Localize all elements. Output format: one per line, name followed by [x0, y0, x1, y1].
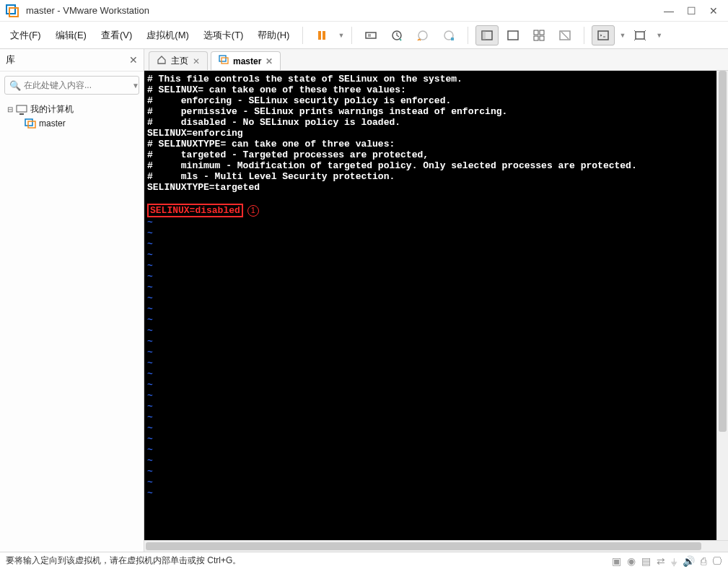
- sound-icon[interactable]: 🔊: [683, 555, 695, 567]
- tree-root-my-computer[interactable]: ⊟ 我的计算机: [4, 102, 139, 117]
- cd-icon[interactable]: ◉: [627, 555, 636, 567]
- library-tree: ⊟ 我的计算机 master: [0, 99, 144, 552]
- svg-rect-10: [451, 38, 454, 40]
- tree-item-label: master: [39, 118, 66, 129]
- menu-tabs[interactable]: 选项卡(T): [198, 26, 250, 45]
- main-area: 库 ✕ 🔍 ▼ ⊟ 我的计算机 master: [0, 49, 728, 552]
- view-single-button[interactable]: [475, 25, 499, 45]
- menu-bar: 文件(F) 编辑(E) 查看(V) 虚拟机(M) 选项卡(T) 帮助(H) ▼ …: [0, 22, 728, 49]
- tab-strip: 主页 ✕ master ✕: [144, 49, 728, 71]
- svg-rect-23: [17, 105, 27, 112]
- svg-rect-3: [323, 31, 325, 40]
- status-bar: 要将输入定向到该虚拟机，请在虚拟机内部单击或按 Ctrl+G。 ▣ ◉ ▤ ⇄ …: [0, 552, 728, 569]
- svg-rect-17: [540, 36, 544, 40]
- tab-close-icon[interactable]: ✕: [266, 56, 273, 66]
- home-icon: [157, 55, 167, 67]
- floppy-icon[interactable]: ▤: [641, 555, 651, 567]
- tree-item-master[interactable]: master: [4, 117, 139, 130]
- svg-point-8: [418, 31, 427, 40]
- tab-master-label: master: [233, 56, 261, 66]
- fullscreen-dropdown-icon[interactable]: ▼: [656, 32, 662, 39]
- hard-disk-icon[interactable]: ▣: [612, 555, 621, 567]
- minimize-button[interactable]: —: [664, 5, 674, 17]
- svg-rect-2: [318, 31, 321, 40]
- send-ctrl-alt-del-button[interactable]: [359, 25, 382, 45]
- separator: [302, 27, 303, 44]
- tab-home[interactable]: 主页 ✕: [149, 51, 208, 70]
- svg-rect-28: [222, 58, 228, 64]
- menu-help[interactable]: 帮助(H): [252, 26, 295, 45]
- revert-snapshot-button[interactable]: [411, 25, 434, 45]
- display-icon[interactable]: 🖵: [712, 555, 722, 567]
- tab-home-label: 主页: [171, 55, 188, 67]
- maximize-button[interactable]: ☐: [687, 5, 696, 17]
- pause-button[interactable]: [310, 25, 333, 45]
- console-dropdown-icon[interactable]: ▼: [619, 32, 626, 39]
- usb-icon[interactable]: ⏚: [671, 555, 677, 567]
- vmware-app-icon: [6, 4, 19, 17]
- view-thumbnail-button[interactable]: [527, 25, 551, 45]
- svg-rect-0: [6, 5, 15, 14]
- title-bar: master - VMware Workstation — ☐ ✕: [0, 0, 728, 22]
- terminal-container: # This file controls the state of SELinu…: [144, 71, 728, 540]
- svg-rect-26: [28, 121, 35, 128]
- window-controls: — ☐ ✕: [664, 5, 722, 17]
- collapse-icon[interactable]: ⊟: [7, 105, 16, 113]
- view-console-button[interactable]: [501, 25, 525, 45]
- close-button[interactable]: ✕: [709, 5, 718, 17]
- console-view-button[interactable]: [592, 25, 615, 45]
- network-icon[interactable]: ⇄: [657, 555, 665, 567]
- pause-dropdown-icon[interactable]: ▼: [338, 32, 344, 39]
- menu-file[interactable]: 文件(F): [4, 26, 47, 45]
- scrollbar-thumb[interactable]: [719, 71, 727, 432]
- svg-rect-27: [219, 56, 226, 61]
- vertical-scrollbar[interactable]: [716, 71, 728, 540]
- window-title: master - VMware Workstation: [26, 5, 664, 16]
- svg-rect-20: [598, 31, 608, 40]
- status-device-icons: ▣ ◉ ▤ ⇄ ⏚ 🔊 ⎙ 🖵: [612, 555, 722, 567]
- svg-rect-1: [9, 8, 18, 17]
- fullscreen-button[interactable]: [628, 25, 652, 45]
- tab-close-icon[interactable]: ✕: [193, 56, 200, 66]
- snapshot-button[interactable]: [385, 25, 408, 45]
- vm-icon: [25, 118, 36, 129]
- tab-master[interactable]: master ✕: [211, 51, 281, 70]
- menu-edit[interactable]: 编辑(E): [50, 26, 92, 45]
- scrollbar-thumb[interactable]: [146, 542, 701, 550]
- sidebar-title: 库: [6, 53, 129, 66]
- separator: [351, 27, 352, 44]
- computer-icon: [16, 105, 27, 115]
- menu-view[interactable]: 查看(V): [95, 26, 138, 45]
- tree-root-label: 我的计算机: [30, 103, 74, 116]
- unity-button[interactable]: [553, 25, 576, 45]
- library-search[interactable]: 🔍 ▼: [4, 76, 139, 95]
- terminal-output[interactable]: # This file controls the state of SELinu…: [144, 71, 716, 540]
- horizontal-scrollbar[interactable]: [144, 540, 728, 552]
- svg-rect-15: [540, 30, 544, 35]
- svg-rect-13: [508, 31, 518, 40]
- menu-vm[interactable]: 虚拟机(M): [141, 26, 195, 45]
- manage-snapshots-button[interactable]: [437, 25, 460, 45]
- svg-rect-22: [636, 32, 644, 39]
- library-sidebar: 库 ✕ 🔍 ▼ ⊟ 我的计算机 master: [0, 49, 144, 552]
- sidebar-header: 库 ✕: [0, 49, 144, 71]
- svg-rect-4: [366, 32, 376, 38]
- svg-rect-12: [482, 31, 486, 40]
- search-dropdown-icon[interactable]: ▼: [132, 82, 139, 90]
- svg-line-19: [561, 32, 569, 39]
- separator: [468, 27, 468, 44]
- separator: [584, 27, 584, 44]
- svg-rect-16: [534, 36, 538, 40]
- search-input[interactable]: [24, 80, 132, 90]
- search-icon: 🔍: [9, 80, 21, 91]
- vm-icon: [219, 55, 229, 67]
- svg-rect-25: [25, 119, 32, 126]
- printer-icon[interactable]: ⎙: [701, 555, 706, 567]
- content-area: 主页 ✕ master ✕ # This file controls the s…: [144, 49, 728, 552]
- svg-rect-14: [534, 30, 538, 35]
- status-message: 要将输入定向到该虚拟机，请在虚拟机内部单击或按 Ctrl+G。: [6, 555, 612, 567]
- sidebar-close-icon[interactable]: ✕: [129, 54, 138, 66]
- annotation-circle: 1: [247, 205, 259, 217]
- highlighted-line: SELINUX=disabled: [147, 204, 243, 217]
